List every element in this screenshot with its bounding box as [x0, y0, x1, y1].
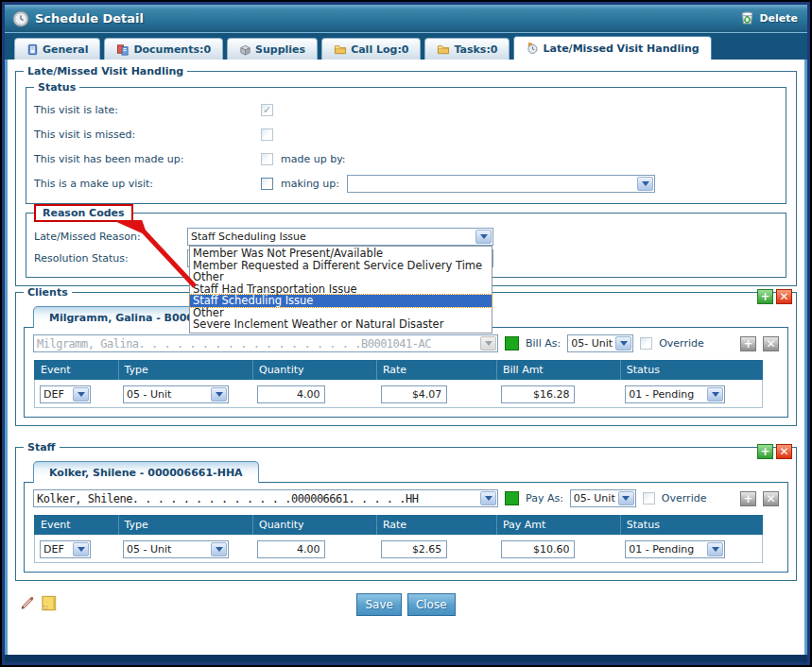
- chevron-down-icon: [707, 542, 723, 556]
- tab-documents[interactable]: Documents:0: [104, 38, 223, 60]
- late-missed-visit-handling-section: Late/Missed Visit Handling Status This v…: [15, 65, 797, 286]
- bill-amt-input[interactable]: [501, 385, 575, 403]
- visit-missed-row: This visit is missed:: [34, 122, 778, 146]
- rate-input[interactable]: [381, 385, 447, 403]
- col-bill-amt: Bill Amt: [496, 360, 620, 380]
- table-row: DEF 05 - Unit 01 - Pending: [35, 535, 763, 563]
- staff-select-value: Kolker, Shilene. . . . . . . . . . . . .…: [34, 490, 479, 506]
- bill-as-value: 05- Unit: [568, 335, 614, 351]
- made-up-by-label: made up by:: [281, 153, 346, 165]
- clock-icon: [12, 10, 29, 27]
- tab-general[interactable]: General: [14, 38, 100, 60]
- footer-buttons: Save Close: [19, 593, 793, 616]
- title-bar: Schedule Detail Delete: [5, 5, 807, 33]
- tab-label: General: [43, 43, 88, 56]
- col-type: Type: [118, 515, 252, 535]
- pay-as-select[interactable]: 05- Unit: [570, 489, 636, 507]
- staff-section-buttons: + ✕: [757, 444, 792, 459]
- rate-input[interactable]: [381, 540, 447, 558]
- folder-icon: [437, 43, 450, 56]
- documents-icon: [116, 43, 130, 56]
- chevron-down-icon: [480, 336, 496, 351]
- making-up-select[interactable]: [347, 175, 655, 193]
- make-up-visit-checkbox[interactable]: [261, 178, 273, 190]
- status-select[interactable]: 01 - Pending: [625, 540, 725, 558]
- table-header-row: Event Type Quantity Rate Pay Amt Status: [35, 515, 763, 535]
- remove-pay-line-button[interactable]: ✕: [763, 491, 779, 506]
- window-bottom-bar: [5, 655, 807, 662]
- late-missed-reason-row: Late/Missed Reason: Staff Scheduling Iss…: [34, 226, 778, 248]
- visit-missed-checkbox: [261, 128, 273, 141]
- client-select-value: Milgramm, Galina. . . . . . . . . . . . …: [34, 335, 479, 351]
- staff-select[interactable]: Kolker, Shilene. . . . . . . . . . . . .…: [33, 489, 498, 507]
- col-event: Event: [35, 515, 119, 535]
- pay-amt-input[interactable]: [501, 540, 575, 558]
- tab-call-log[interactable]: Call Log:0: [321, 38, 421, 60]
- clients-section-buttons: + ✕: [757, 289, 792, 304]
- delete-button[interactable]: Delete: [739, 9, 798, 28]
- col-status: Status: [620, 360, 762, 380]
- remove-bill-line-button[interactable]: ✕: [763, 336, 779, 351]
- event-select[interactable]: DEF: [40, 540, 91, 558]
- remove-staff-button[interactable]: ✕: [776, 444, 792, 459]
- clients-legend: Clients: [24, 286, 72, 299]
- staff-tab[interactable]: Kolker, Shilene - 000006661-HHA: [33, 461, 259, 483]
- chevron-down-icon: [480, 491, 496, 505]
- reason-dropdown-list: Member Was Not Present/Available Member …: [189, 246, 492, 334]
- col-pay-amt: Pay Amt: [496, 515, 620, 535]
- staff-override-checkbox[interactable]: [643, 492, 655, 505]
- section-legend: Late/Missed Visit Handling: [24, 65, 187, 77]
- type-select[interactable]: 05 - Unit: [123, 540, 229, 558]
- event-select[interactable]: DEF: [40, 385, 91, 403]
- chevron-down-icon: [618, 491, 634, 505]
- tab-supplies[interactable]: Supplies: [227, 38, 318, 60]
- dropdown-option-selected[interactable]: Staff Scheduling Issue: [190, 295, 492, 307]
- tab-strip: General Documents:0 Supplies Call Log:0 …: [5, 33, 807, 60]
- status-select[interactable]: 01 - Pending: [625, 385, 725, 403]
- staff-pay-table: Event Type Quantity Rate Pay Amt Status …: [34, 515, 763, 563]
- type-select[interactable]: 05 - Unit: [123, 385, 229, 403]
- chevron-down-icon: [475, 230, 492, 244]
- status-legend: Status: [34, 81, 79, 94]
- staff-legend: Staff: [24, 441, 60, 453]
- col-event: Event: [35, 360, 119, 380]
- tab-late-missed-visit-handling[interactable]: Late/Missed Visit Handling: [513, 36, 711, 60]
- col-rate: Rate: [376, 360, 496, 380]
- add-staff-button[interactable]: +: [757, 444, 773, 459]
- staff-pay-row: Kolker, Shilene. . . . . . . . . . . . .…: [33, 489, 779, 507]
- green-status-indicator: [505, 336, 519, 351]
- dropdown-option[interactable]: Member Was Not Present/Available: [190, 248, 492, 260]
- schedule-detail-window: Schedule Detail Delete General Documents…: [0, 0, 812, 667]
- dropdown-option[interactable]: Other: [190, 271, 492, 283]
- making-up-label: making up:: [281, 178, 339, 190]
- visit-late-checkbox: [261, 104, 273, 116]
- add-client-button[interactable]: +: [757, 289, 773, 304]
- dropdown-option[interactable]: Member Requested a Different Service Del…: [190, 260, 492, 272]
- col-status: Status: [620, 515, 762, 535]
- green-status-indicator: [505, 491, 519, 505]
- save-button[interactable]: Save: [356, 593, 401, 616]
- tab-tasks[interactable]: Tasks:0: [424, 38, 510, 60]
- client-override-checkbox[interactable]: [640, 337, 652, 350]
- make-up-visit-label: This is a make up visit:: [34, 178, 261, 190]
- add-pay-line-button[interactable]: +: [740, 491, 756, 506]
- col-type: Type: [118, 360, 252, 380]
- bill-as-select[interactable]: 05- Unit: [567, 334, 633, 352]
- dropdown-option[interactable]: Severe Inclement Weather or Natural Disa…: [190, 318, 492, 331]
- notebook-icon: [26, 43, 39, 56]
- make-up-visit-row: This is a make up visit: making up:: [34, 171, 778, 196]
- delete-label: Delete: [759, 12, 798, 25]
- late-missed-reason-select[interactable]: Staff Scheduling Issue: [187, 228, 493, 246]
- add-bill-line-button[interactable]: +: [740, 336, 756, 351]
- chevron-down-icon: [211, 387, 227, 402]
- quantity-input[interactable]: [257, 540, 325, 558]
- quantity-input[interactable]: [257, 385, 325, 403]
- close-button[interactable]: Close: [407, 593, 456, 616]
- window-title: Schedule Detail: [35, 11, 144, 26]
- tab-label: Late/Missed Visit Handling: [543, 43, 699, 55]
- status-value: 01 - Pending: [626, 541, 706, 557]
- tab-label: Documents:0: [133, 43, 211, 56]
- table-row: DEF 05 - Unit 01 - Pending: [35, 380, 763, 408]
- remove-client-button[interactable]: ✕: [776, 289, 792, 304]
- visit-late-label: This visit is late:: [34, 104, 261, 116]
